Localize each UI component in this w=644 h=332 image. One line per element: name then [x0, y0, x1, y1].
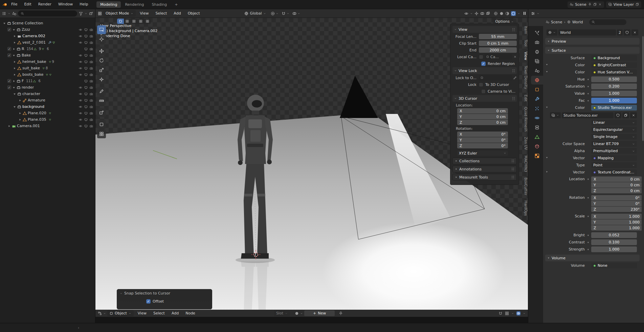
- hide-eye-icon[interactable]: [79, 34, 82, 38]
- outliner-row-object[interactable]: Plane.035: [0, 116, 95, 123]
- disable-render-icon[interactable]: [90, 28, 93, 31]
- render-region-checkbox[interactable]: ✓: [481, 62, 486, 66]
- view-layer-selector[interactable]: View Layer: [606, 1, 641, 8]
- tab-quad-remesh[interactable]: Quad Remesh: [520, 104, 528, 134]
- cursor-tool[interactable]: [97, 35, 106, 44]
- panel-grip[interactable]: [512, 97, 515, 100]
- expand-node-icon[interactable]: [546, 170, 548, 173]
- contrast-slider[interactable]: 0.100: [591, 239, 637, 245]
- add-cube-tool[interactable]: [97, 108, 106, 117]
- snap-magnet-icon[interactable]: [498, 311, 503, 315]
- tab-texel-density[interactable]: Texel Density: [520, 63, 528, 91]
- new-collection-icon[interactable]: [89, 11, 93, 16]
- expand-arrow-icon[interactable]: [13, 73, 16, 76]
- properties-editor-type-icon[interactable]: [531, 11, 535, 16]
- expand-arrow-icon[interactable]: [12, 79, 16, 83]
- camera-to-view-checkbox[interactable]: [481, 89, 486, 94]
- workspace-tab-rendering[interactable]: Rendering: [121, 1, 148, 8]
- color-node-field[interactable]: Hue Saturation Value: [591, 69, 637, 75]
- expand-node-icon[interactable]: [546, 63, 548, 66]
- menu-edit[interactable]: Edit: [21, 0, 34, 9]
- disable-render-icon[interactable]: [90, 118, 93, 121]
- annotate-tool[interactable]: [97, 87, 106, 96]
- close-icon[interactable]: [598, 3, 602, 6]
- outliner-row-object[interactable]: boots_bake: [0, 71, 95, 78]
- mapping-type-dropdown[interactable]: Point: [591, 162, 637, 168]
- tab-output-properties[interactable]: [531, 47, 543, 56]
- slot-dropdown[interactable]: Slot: [274, 310, 290, 316]
- rotation-mode-dropdown[interactable]: XYZ Euler: [457, 150, 508, 156]
- outliner-row-object[interactable]: Camera.001: [0, 123, 95, 129]
- offset-checkbox[interactable]: ✓: [146, 299, 151, 304]
- select-box-tool[interactable]: [97, 25, 106, 34]
- outliner-row-object[interactable]: Camera.002: [0, 33, 95, 39]
- disable-render-icon[interactable]: [90, 105, 93, 109]
- disable-viewport-icon[interactable]: [84, 47, 88, 51]
- disable-render-icon[interactable]: [90, 34, 93, 38]
- tab-texture-properties[interactable]: [531, 151, 543, 160]
- outliner-row-collection[interactable]: ✓ F 111 6: [0, 78, 95, 84]
- disable-viewport-icon[interactable]: [84, 99, 88, 102]
- tab-data-properties[interactable]: [531, 133, 543, 141]
- visibility-icon[interactable]: [464, 11, 468, 16]
- snap-panel-header[interactable]: Snap Selection to Cursor: [117, 289, 212, 297]
- tab-object-properties[interactable]: [531, 85, 543, 94]
- disable-viewport-icon[interactable]: [84, 118, 88, 121]
- disable-render-icon[interactable]: [90, 92, 93, 96]
- interpolation-dropdown[interactable]: Linear: [591, 120, 637, 125]
- hide-eye-icon[interactable]: [79, 99, 82, 102]
- local-camera-checkbox[interactable]: [479, 55, 483, 59]
- hide-eye-icon[interactable]: [79, 73, 82, 76]
- collection-exclude-checkbox[interactable]: ✓: [7, 28, 11, 31]
- browse-image-button[interactable]: [550, 112, 561, 118]
- transform-tool[interactable]: [97, 75, 106, 84]
- select-mode-new-icon[interactable]: [117, 19, 124, 24]
- tab-item[interactable]: Item: [520, 24, 528, 37]
- select-mode-subtract-icon[interactable]: [131, 19, 137, 24]
- disable-viewport-icon[interactable]: [84, 73, 88, 76]
- tab-tool[interactable]: Tool: [520, 37, 528, 49]
- mode-dropdown[interactable]: Object Mode: [103, 10, 136, 17]
- cursor-rot-z[interactable]: Z0°: [457, 143, 508, 148]
- cursor-loc-y[interactable]: Y0 cm: [457, 114, 508, 119]
- value-slider[interactable]: 1.000: [591, 91, 637, 96]
- world-name-field[interactable]: World: [558, 29, 616, 35]
- browse-world-button[interactable]: [547, 29, 557, 35]
- shader-menu-add[interactable]: Add: [169, 310, 181, 316]
- hide-eye-icon[interactable]: [79, 112, 82, 115]
- transform-orientation[interactable]: Global: [244, 11, 266, 16]
- saturation-slider[interactable]: 0.200: [591, 84, 637, 89]
- shader-menu-select[interactable]: Select: [151, 310, 168, 316]
- scene-selector[interactable]: Scene: [568, 1, 604, 8]
- outliner-row-collection[interactable]: ✓ Zzzz: [0, 26, 95, 33]
- add-workspace-button[interactable]: +: [171, 1, 181, 8]
- rotate-tool[interactable]: [97, 56, 106, 65]
- disable-render-icon[interactable]: [90, 73, 93, 76]
- gizmo-icon[interactable]: [474, 11, 479, 16]
- expand-node-icon[interactable]: [546, 70, 548, 73]
- tab-zen-uv[interactable]: Zen UV: [520, 135, 528, 152]
- rotation-x-field[interactable]: X0°: [591, 195, 642, 200]
- shader-type-dropdown[interactable]: Object: [107, 310, 134, 316]
- overlays-icon[interactable]: [480, 11, 484, 16]
- panel-header-annotations[interactable]: Annotations: [452, 166, 517, 172]
- xray-icon[interactable]: [486, 11, 490, 16]
- outliner-row-object[interactable]: Armature: [0, 97, 95, 103]
- scale-x-field[interactable]: X1.000: [591, 214, 642, 219]
- viewport-menu-select[interactable]: Select: [153, 10, 170, 17]
- lock-to-object-field[interactable]: [479, 75, 512, 80]
- disable-viewport-icon[interactable]: [84, 92, 88, 96]
- expand-arrow-icon[interactable]: [12, 86, 16, 89]
- disable-viewport-icon[interactable]: [84, 86, 88, 89]
- pause-render-button[interactable]: [524, 12, 526, 15]
- disable-viewport-icon[interactable]: [84, 34, 88, 38]
- hue-slider[interactable]: 0.500: [591, 76, 637, 82]
- hide-eye-icon[interactable]: [79, 28, 82, 31]
- outliner-row-collection[interactable]: character: [0, 91, 95, 97]
- display-mode-icon[interactable]: [12, 11, 16, 16]
- scale-y-field[interactable]: Y1.000: [591, 219, 642, 225]
- panel-grip[interactable]: [511, 167, 514, 171]
- tab-hardops[interactable]: HardOps: [520, 198, 528, 218]
- hide-eye-icon[interactable]: [79, 105, 82, 109]
- expand-arrow-icon[interactable]: [12, 54, 16, 57]
